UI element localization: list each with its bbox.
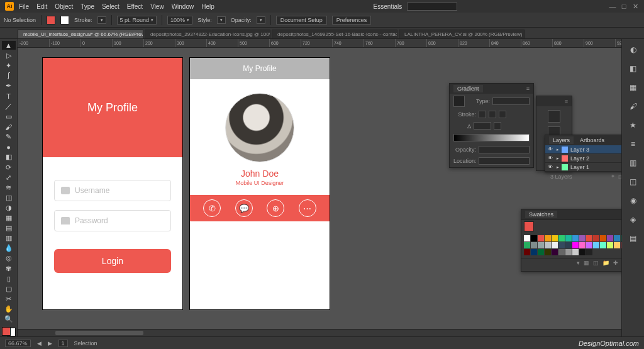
swatch-cell[interactable]: [572, 242, 579, 248]
menu-type[interactable]: Type: [80, 3, 94, 10]
panel-menu-icon[interactable]: ≡: [565, 98, 568, 104]
swatch-cell[interactable]: [538, 235, 544, 241]
rotate-tool[interactable]: ⟳: [2, 163, 16, 172]
swatch-cell[interactable]: [531, 235, 537, 241]
swatch-cell[interactable]: [565, 235, 572, 241]
swatch-cell[interactable]: [558, 235, 565, 241]
swatch-cell[interactable]: [621, 242, 621, 248]
swatch-cell[interactable]: [607, 242, 613, 248]
swatch-cell[interactable]: [586, 242, 592, 248]
rectangle-tool[interactable]: ▭: [2, 113, 16, 121]
appearance-panel-icon[interactable]: ◉: [626, 194, 640, 208]
angle-input[interactable]: [474, 122, 491, 130]
fill-swatch[interactable]: [47, 16, 55, 25]
artboard-nav-dropdown[interactable]: 1: [58, 340, 68, 347]
swatches-tab[interactable]: Swatches: [525, 211, 557, 218]
free-transform-tool[interactable]: ◫: [2, 193, 16, 202]
layers-panel[interactable]: Layers Artboards ≡ 👁▸Layer 3○👁▸Layer 2○👁…: [545, 135, 621, 172]
gradient-ramp[interactable]: [453, 134, 530, 141]
workspace-switcher[interactable]: Essentials: [374, 3, 402, 10]
horizontal-scrollbar[interactable]: [18, 329, 621, 336]
eyedropper-tool[interactable]: 💧: [2, 244, 16, 253]
stop-opacity-input[interactable]: [479, 146, 530, 153]
stroke-opt-2[interactable]: [489, 111, 496, 118]
panel-menu-icon[interactable]: ≡: [526, 86, 530, 92]
layer-name[interactable]: Layer 3: [570, 147, 589, 153]
menu-window[interactable]: Window: [172, 3, 194, 10]
fill-stroke-swatches[interactable]: [2, 327, 16, 337]
swatch-cell[interactable]: [586, 235, 592, 241]
swatch-cell[interactable]: [579, 242, 586, 248]
paintbrush-tool[interactable]: 🖌: [2, 123, 16, 131]
swatch-cell[interactable]: [552, 235, 558, 241]
new-swatch-icon[interactable]: ✚: [613, 260, 618, 266]
layer-name[interactable]: Layer 1: [570, 164, 589, 170]
aspect-input[interactable]: [494, 122, 501, 130]
locate-layer-icon[interactable]: ⌖: [611, 173, 614, 180]
gradient-panel[interactable]: Gradient≡ Type: Stroke: △ Opacity: Locat…: [449, 83, 534, 168]
swatch-cell[interactable]: [600, 242, 606, 248]
swatch-cell[interactable]: [572, 235, 579, 241]
hand-tool[interactable]: ✋: [2, 304, 16, 313]
doc-tab-active[interactable]: mobile_UI_interface_design.ai* @ 66.67% …: [18, 30, 143, 38]
maximize-icon[interactable]: □: [620, 3, 628, 10]
slice-tool[interactable]: ✂: [2, 294, 16, 303]
swatch-cell[interactable]: [545, 249, 551, 255]
swatch-cell[interactable]: [614, 235, 620, 241]
nav-prev-icon[interactable]: ◀: [37, 340, 42, 346]
ruler-horizontal[interactable]: -200-10001002003004005006007207407607808…: [18, 39, 621, 48]
swatches-panel[interactable]: Swatches≡ ▾▦◫📁✚🗑: [521, 209, 621, 272]
blob-brush-tool[interactable]: ●: [2, 143, 16, 152]
preferences-button[interactable]: Preferences: [332, 16, 372, 25]
swatch-cell[interactable]: [614, 242, 620, 248]
transparency-panel-icon[interactable]: ◫: [626, 175, 640, 189]
pen-tool[interactable]: ✒: [2, 81, 16, 90]
disclosure-icon[interactable]: ▸: [557, 165, 559, 170]
swatch-cell[interactable]: [593, 242, 599, 248]
artboards-tab[interactable]: Artboards: [576, 136, 608, 144]
swatch-cell[interactable]: [545, 242, 551, 248]
graphic-styles-icon[interactable]: ◈: [626, 213, 640, 226]
eraser-tool[interactable]: ◧: [2, 153, 16, 162]
show-swatch-kinds-icon[interactable]: ▦: [584, 260, 589, 266]
swatch-cell[interactable]: [565, 242, 572, 248]
line-tool[interactable]: ／: [2, 102, 16, 111]
lasso-tool[interactable]: ʃ: [2, 71, 16, 80]
gradient-tab[interactable]: Gradient: [453, 85, 483, 92]
swatch-cell[interactable]: [558, 242, 565, 248]
layers-tab[interactable]: Layers: [549, 136, 574, 144]
disclosure-icon[interactable]: ▸: [557, 147, 559, 152]
brushes-panel-icon[interactable]: 🖌: [626, 99, 640, 113]
swatch-cell[interactable]: [531, 249, 537, 255]
menu-object[interactable]: Object: [55, 3, 73, 10]
layer-row[interactable]: 👁▸Layer 1○: [545, 163, 621, 172]
menu-view[interactable]: View: [150, 3, 164, 10]
swatch-cell[interactable]: [579, 235, 586, 241]
zoom-dropdown[interactable]: 100%: [167, 16, 192, 25]
layers-panel-icon[interactable]: ▤: [626, 231, 640, 245]
swatches-panel-icon[interactable]: ▦: [626, 80, 640, 94]
type-tool[interactable]: T: [2, 91, 16, 100]
magic-wand-tool[interactable]: ✦: [2, 61, 16, 70]
artboard-tool[interactable]: ▢: [2, 284, 16, 293]
stroke-opt-3[interactable]: [499, 111, 506, 118]
menu-help[interactable]: Help: [201, 3, 214, 10]
stop-location-input[interactable]: [479, 157, 530, 165]
layer-row[interactable]: 👁▸Layer 3○: [545, 145, 621, 154]
swatch-cell[interactable]: [579, 249, 586, 255]
search-input[interactable]: [407, 3, 457, 11]
scrollbar-thumb[interactable]: [55, 331, 143, 335]
swatch-cell[interactable]: [607, 235, 613, 241]
document-setup-button[interactable]: Document Setup: [276, 16, 327, 25]
selection-tool[interactable]: ▲: [2, 41, 16, 50]
swatch-cell[interactable]: [538, 249, 544, 255]
new-color-group-icon[interactable]: 📁: [602, 260, 609, 266]
doc-tab[interactable]: LALINTHA_PERERA_CV.ai @ 200% (RGB/Previe…: [399, 30, 525, 38]
visibility-icon[interactable]: 👁: [548, 147, 554, 152]
swatch-cell[interactable]: [586, 249, 592, 255]
swatch-cell[interactable]: [552, 249, 558, 255]
mesh-tool[interactable]: ▤: [2, 224, 16, 233]
swatch-cell[interactable]: [565, 249, 572, 255]
canvas[interactable]: My Profile Username Password Login My Pr…: [18, 48, 621, 336]
doc-tab[interactable]: depositphotos_29374822-Education-Icons.j…: [145, 30, 270, 38]
